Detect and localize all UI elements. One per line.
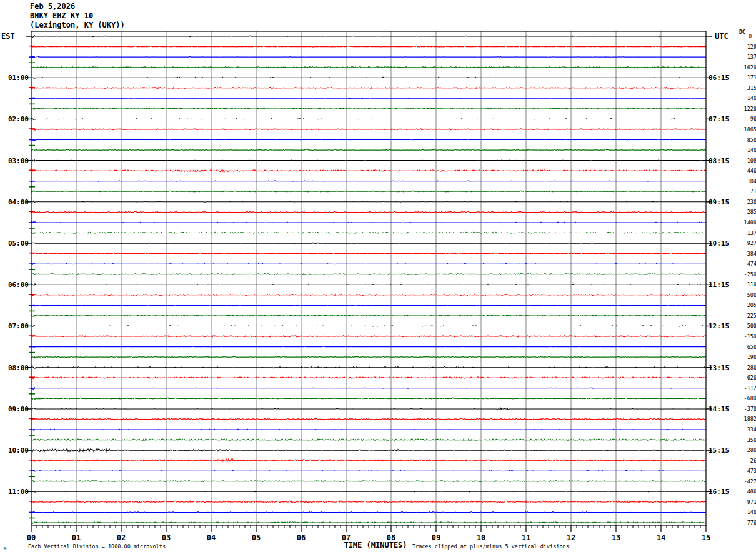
x-tick-label: 10 [477, 533, 485, 542]
x-tick-label: 06 [297, 533, 306, 542]
est-time-label: 04:00 [8, 198, 29, 206]
utc-time-label: 14:15 [709, 405, 729, 413]
title-block: Feb 5,2026 BHKY EHZ KY 10 (Lexington, KY… [30, 2, 125, 29]
dc-value: 480 [747, 488, 756, 495]
row-labels: 01:0002:0003:0004:0005:0006:0007:0008:00… [8, 36, 729, 496]
dc-value: -473 [744, 468, 756, 474]
seismo-traces [29, 36, 707, 524]
dc-value: 71 [750, 188, 756, 194]
est-time-label: 01:00 [8, 74, 29, 82]
x-tick-label: 15 [702, 533, 710, 542]
dc-value: -150 [744, 333, 756, 340]
seismo-trace [31, 356, 706, 358]
seismo-trace [31, 221, 706, 223]
utc-time-label: 10:15 [709, 239, 729, 248]
seismo-trace [31, 139, 706, 141]
dc-value: 474 [747, 261, 756, 267]
utc-time-label: 13:15 [709, 364, 729, 372]
seismo-trace [31, 170, 706, 172]
seismo-trace [31, 284, 706, 285]
dc-value: -225 [744, 313, 756, 319]
x-tick-label: 12 [567, 533, 575, 542]
x-tick-label: 13 [612, 533, 620, 542]
seismo-trace [31, 118, 706, 120]
dc-value: 620 [747, 375, 756, 381]
seismo-trace [31, 336, 706, 337]
corner-mark: M [4, 546, 6, 551]
est-time-label: 02:00 [8, 115, 29, 123]
est-time-label: 10:00 [8, 446, 29, 455]
seismo-trace [31, 398, 706, 400]
x-tick-label: 01 [72, 533, 81, 542]
seismo-trace [31, 274, 706, 275]
plot-frame [31, 31, 706, 525]
helicorder-plot: Feb 5,2026 BHKY EHZ KY 10 (Lexington, KY… [0, 0, 756, 554]
x-tick-label: 05 [252, 533, 261, 542]
utc-time-label: 06:15 [709, 74, 729, 82]
utc-time-label: 11:15 [709, 281, 729, 289]
dc-column-header: DC [739, 29, 745, 35]
seismo-trace [31, 56, 706, 58]
footer-block: M Each Vertical Division = 1000.00 micro… [4, 541, 569, 551]
dc-value: 137 [747, 54, 756, 60]
dc-value: 285 [747, 209, 756, 215]
x-tick-label: 04 [207, 533, 216, 542]
seismo-trace [31, 149, 706, 151]
seismo-trace [31, 449, 706, 452]
seismo-trace [31, 305, 706, 306]
dc-value: 129 [747, 44, 756, 50]
seismo-trace [31, 481, 706, 482]
x-tick-label: 00 [27, 533, 36, 542]
seismo-trace [31, 181, 706, 182]
title-location: (Lexington, KY (UKY)) [30, 21, 125, 29]
seismo-trace [31, 429, 706, 430]
dc-value: 104 [747, 178, 756, 184]
seismo-trace [31, 191, 706, 192]
title-date: Feb 5,2026 [30, 2, 75, 11]
x-tick-label: 02 [117, 533, 126, 542]
dc-value: 190 [747, 354, 756, 360]
dc-value: 1220 [744, 106, 756, 112]
dc-value: 770 [747, 520, 756, 526]
dc-value: 280 [747, 365, 756, 371]
x-tick-label: 14 [657, 533, 665, 542]
seismo-trace [31, 501, 706, 503]
dc-value: 650 [747, 344, 756, 350]
seismo-trace [31, 491, 706, 492]
dc-value: -500 [744, 323, 756, 329]
x-tick-label: 11 [522, 533, 530, 542]
est-time-label: 08:00 [8, 364, 29, 372]
x-axis-ruler: 00010203040506070809101112131415 [27, 525, 710, 542]
dc-value: 971 [747, 499, 756, 505]
seismo-trace [31, 129, 706, 131]
seismo-trace [31, 88, 706, 89]
dc-value: 171 [747, 74, 756, 81]
dc-value: 280 [747, 447, 756, 453]
seismo-trace [31, 232, 706, 233]
dc-first-value: 0 [749, 33, 752, 39]
dc-value: 140 [747, 95, 756, 101]
minute-gridlines [76, 31, 661, 525]
dc-value: 500 [747, 292, 756, 298]
dc-value: -427 [744, 478, 756, 485]
seismo-trace [31, 439, 706, 441]
dc-value: -110 [744, 281, 756, 288]
dc-value: 1882 [744, 416, 756, 422]
dc-value: -250 [744, 271, 756, 278]
seismo-trace [31, 77, 706, 78]
dc-value: 1865 [744, 126, 756, 133]
scale-note: Each Vertical Division = 1000.00 microvo… [28, 543, 166, 550]
seismo-trace [31, 201, 706, 202]
dc-value: 140 [747, 147, 756, 153]
dc-value: 850 [747, 137, 756, 143]
dc-value: 108 [747, 158, 756, 164]
utc-time-label: 15:15 [709, 446, 729, 455]
dc-value: 315 [747, 85, 756, 91]
left-timezone-header: EST [1, 32, 15, 41]
plot-border [31, 31, 706, 525]
est-time-label: 05:00 [8, 239, 29, 248]
x-tick-label: 03 [162, 533, 171, 542]
utc-time-label: 12:15 [709, 322, 729, 330]
dc-value: -26 [747, 458, 756, 464]
dc-values-column: 12913716201713151401220-9018658501401084… [744, 44, 756, 526]
